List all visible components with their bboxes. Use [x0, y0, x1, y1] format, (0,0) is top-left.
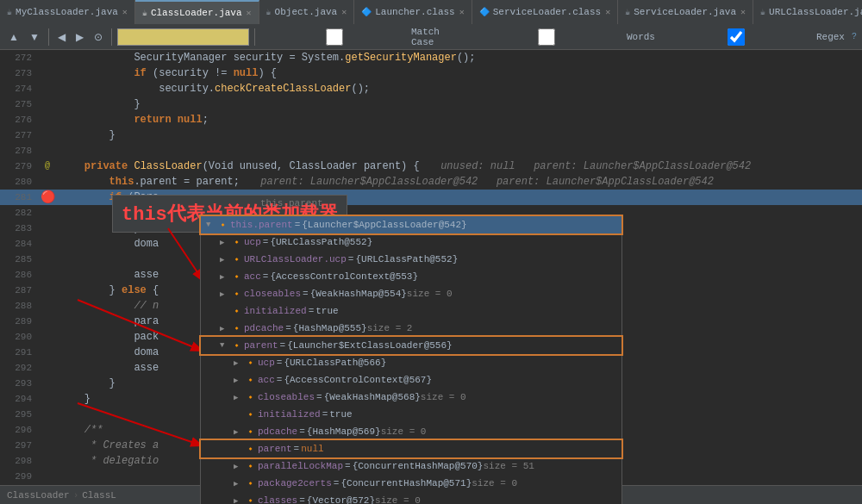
- sep2: [111, 28, 112, 46]
- expand-icon-6[interactable]: ▶: [220, 324, 232, 333]
- filter-button[interactable]: ⊙: [91, 29, 106, 45]
- close-tab-1[interactable]: ✕: [247, 8, 252, 18]
- field-icon-6: 🔸: [232, 324, 241, 333]
- debug-row-10[interactable]: ▶ 🔸 closeables = {WeakHashMap@568} size …: [201, 389, 622, 406]
- field-icon-10: 🔸: [246, 393, 255, 402]
- expand-icon-11: [234, 410, 246, 419]
- line-279: 279 @ private ClassLoader(Void unused, C…: [0, 159, 862, 174]
- tab-urlclassloader[interactable]: ☕ URLClassLoader.java ✕: [753, 0, 862, 24]
- expand-icon-12[interactable]: ▶: [234, 427, 246, 437]
- words-option: Words: [469, 28, 655, 46]
- regex-checkbox[interactable]: [659, 28, 814, 46]
- breadcrumb-part-2: ClassL: [82, 490, 116, 501]
- field-icon-11: 🔸: [246, 410, 255, 420]
- field-icon-3: 🔸: [232, 272, 241, 282]
- java-icon-obj: ☕: [266, 7, 272, 17]
- close-tab-0[interactable]: ✕: [122, 7, 128, 17]
- close-tab-2[interactable]: ✕: [341, 7, 347, 17]
- field-icon-9: 🔸: [246, 376, 255, 385]
- search-prev-button[interactable]: ◀: [54, 29, 69, 45]
- debug-row-8[interactable]: ▶ 🔸 ucp = {URLClassPath@566}: [201, 354, 622, 371]
- field-icon-15: 🔸: [246, 479, 255, 488]
- tab-launcher[interactable]: 🔷 Launcher.class ✕: [354, 0, 472, 24]
- line-277: 277 }: [0, 128, 862, 143]
- debug-panel: ▼ 🔸 this.parent = {Launcher$AppClassLoad…: [200, 215, 622, 504]
- debug-row-11[interactable]: 🔸 initialized = true: [201, 406, 622, 423]
- tab-object[interactable]: ☕ Object.java ✕: [259, 0, 355, 24]
- field-icon-0: 🔸: [218, 221, 228, 230]
- line-273: 273 if (security != null) {: [0, 65, 862, 81]
- java-icon-sl: ☕: [625, 7, 630, 17]
- expand-icon-5: [220, 307, 232, 315]
- close-tab-4[interactable]: ✕: [605, 7, 610, 17]
- debug-row-6[interactable]: ▶ 🔸 pdcache = {HashMap@555} size = 2: [201, 320, 622, 337]
- java-icon-active: ☕: [142, 8, 147, 18]
- class-icon-2: 🔷: [479, 7, 490, 17]
- debug-row-12[interactable]: ▶ 🔸 pdcache = {HashMap@569} size = 0: [201, 423, 622, 440]
- debug-row-3[interactable]: ▶ 🔸 acc = {AccessControlContext@553}: [201, 268, 622, 285]
- line-278: 278: [0, 143, 862, 159]
- expand-icon-10[interactable]: ▶: [234, 393, 246, 402]
- debug-row-15[interactable]: ▶ 🔸 package2certs = {ConcurrentHashMap@5…: [201, 475, 622, 492]
- debug-row-7[interactable]: ▼ 🔸 parent = {Launcher$ExtClassLoader@55…: [201, 337, 622, 354]
- debug-row-0[interactable]: ▼ 🔸 this.parent = {Launcher$AppClassLoad…: [201, 216, 622, 233]
- debug-row-1[interactable]: ▶ 🔸 ucp = {URLClassPath@552}: [201, 233, 622, 251]
- breadcrumb-part-1: ClassLoader: [7, 490, 70, 501]
- search-next-button[interactable]: ▶: [72, 29, 87, 45]
- debug-row-2[interactable]: ▶ 🔸 URLClassLoader.ucp = {URLClassPath@5…: [201, 251, 622, 268]
- words-checkbox[interactable]: [469, 28, 624, 46]
- expand-icon-16[interactable]: ▶: [234, 496, 246, 505]
- nav-down-button[interactable]: ▼: [26, 29, 43, 45]
- match-case-option: Match Case: [260, 27, 465, 47]
- debug-row-16[interactable]: ▶ 🔸 classes = {Vector@572} size = 0: [201, 492, 622, 504]
- tab-myclassloader[interactable]: ☕ MyClassLoader.java ✕: [0, 0, 135, 24]
- expand-icon-0[interactable]: ▼: [206, 221, 218, 229]
- tooltip-parent-label: this.parent: [260, 198, 323, 208]
- line-276: 276 return null;: [0, 112, 862, 128]
- field-icon-16: 🔸: [246, 496, 255, 505]
- expand-icon-15[interactable]: ▶: [234, 479, 246, 488]
- expand-icon-1[interactable]: ▶: [220, 238, 232, 247]
- debug-row-5[interactable]: 🔸 initialized = true: [201, 302, 622, 320]
- tab-classloader[interactable]: ☕ ClassLoader.java ✕: [135, 0, 259, 24]
- search-bar: ▲ ▼ ◀ ▶ ⊙ Launcher class Match Case Word…: [0, 24, 862, 50]
- debug-row-9[interactable]: ▶ 🔸 acc = {AccessControlContext@567}: [201, 371, 622, 389]
- editor-area: 272 SecurityManager security = System.ge…: [0, 50, 862, 504]
- debug-row-13[interactable]: 🔸 parent = null: [201, 440, 622, 457]
- line-280: 280 this.parent = parent; parent: Launch…: [0, 174, 862, 190]
- regex-help: ?: [852, 32, 857, 41]
- sep3: [254, 28, 255, 46]
- expand-icon-13: [234, 445, 246, 453]
- field-icon-8: 🔸: [246, 358, 255, 368]
- regex-option: Regex: [659, 28, 845, 46]
- field-icon-7: 🔸: [232, 341, 241, 351]
- tab-serviceloader-class[interactable]: 🔷 ServiceLoader.class ✕: [472, 0, 618, 24]
- field-icon-12: 🔸: [246, 427, 255, 437]
- debug-row-14[interactable]: ▶ 🔸 parallelLockMap = {ConcurrentHashMap…: [201, 457, 622, 475]
- match-case-checkbox[interactable]: [260, 28, 409, 46]
- tab-serviceloader-java[interactable]: ☕ ServiceLoader.java ✕: [618, 0, 753, 24]
- expand-icon-2[interactable]: ▶: [220, 255, 232, 264]
- field-icon-4: 🔸: [232, 289, 241, 299]
- field-icon-2: 🔸: [232, 255, 241, 264]
- nav-up-button[interactable]: ▲: [5, 29, 22, 45]
- expand-icon-9[interactable]: ▶: [234, 376, 246, 385]
- java-icon-url: ☕: [760, 7, 765, 17]
- line-275: 275 }: [0, 96, 862, 112]
- line-272: 272 SecurityManager security = System.ge…: [0, 50, 862, 65]
- code-container: 272 SecurityManager security = System.ge…: [0, 50, 862, 504]
- expand-icon-7[interactable]: ▼: [220, 341, 232, 350]
- search-input[interactable]: Launcher class: [117, 28, 249, 46]
- sep1: [48, 28, 49, 46]
- app-container: ☕ MyClassLoader.java ✕ ☕ ClassLoader.jav…: [0, 0, 862, 504]
- expand-icon-8[interactable]: ▶: [234, 358, 246, 368]
- expand-icon-4[interactable]: ▶: [220, 289, 232, 299]
- expand-icon-3[interactable]: ▶: [220, 272, 232, 282]
- debug-row-4[interactable]: ▶ 🔸 closeables = {WeakHashMap@554} size …: [201, 285, 622, 302]
- class-icon: 🔷: [361, 7, 372, 17]
- field-icon-1: 🔸: [232, 238, 241, 247]
- expand-icon-14[interactable]: ▶: [234, 462, 246, 471]
- close-tab-5[interactable]: ✕: [740, 7, 746, 17]
- line-274: 274 security.checkCreateClassLoader();: [0, 81, 862, 96]
- close-tab-3[interactable]: ✕: [459, 7, 465, 17]
